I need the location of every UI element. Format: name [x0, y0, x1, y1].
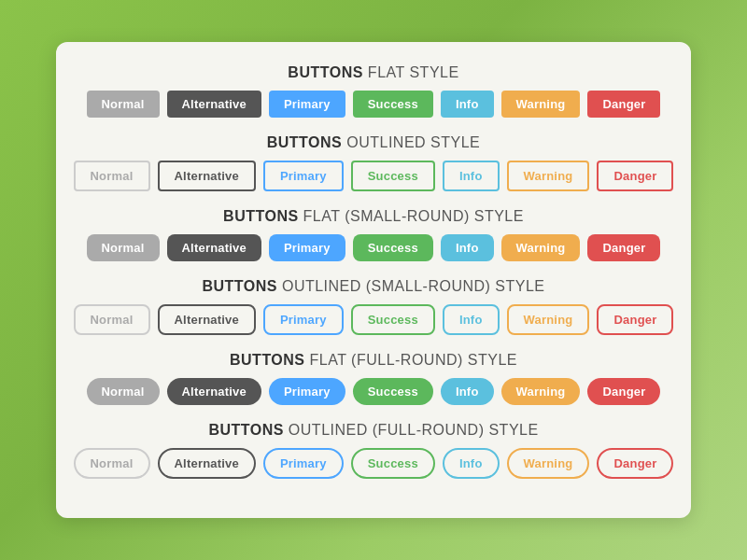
btn-outlined-btn-success[interactable]: Success: [351, 161, 435, 191]
btn-row-outlined-full-round: NormalAlternativePrimarySuccessInfoWarni…: [86, 448, 661, 479]
btn-flat-sm-round-btn-normal[interactable]: Normal: [87, 234, 160, 261]
btn-flat-btn-alt[interactable]: Alternative: [167, 91, 261, 118]
btn-flat-btn-danger[interactable]: Danger: [587, 91, 660, 118]
section-title-flat: BUTTONS FLAT STYLE: [86, 64, 661, 81]
btn-outlined-sm-round-btn-normal[interactable]: Normal: [74, 304, 150, 335]
btn-outlined-full-round-btn-success[interactable]: Success: [351, 448, 435, 479]
btn-outlined-full-round-btn-warning[interactable]: Warning: [507, 448, 590, 479]
btn-flat-sm-round-btn-primary[interactable]: Primary: [269, 234, 345, 261]
btn-flat-full-round-btn-normal[interactable]: Normal: [87, 378, 160, 405]
section-title-outlined: BUTTONS OUTLINED STYLE: [86, 134, 661, 151]
btn-flat-btn-primary[interactable]: Primary: [269, 91, 345, 118]
btn-outlined-btn-info[interactable]: Info: [443, 161, 500, 191]
btn-outlined-full-round-btn-info[interactable]: Info: [443, 448, 500, 479]
section-outlined-full-round: BUTTONS OUTLINED (FULL-ROUND) STYLENorma…: [86, 422, 661, 479]
btn-row-flat-sm-round: NormalAlternativePrimarySuccessInfoWarni…: [86, 234, 661, 261]
btn-outlined-full-round-btn-normal[interactable]: Normal: [74, 448, 150, 479]
section-outlined: BUTTONS OUTLINED STYLENormalAlternativeP…: [86, 134, 661, 191]
section-flat-full-round: BUTTONS FLAT (FULL-ROUND) STYLENormalAlt…: [86, 352, 661, 405]
section-flat: BUTTONS FLAT STYLENormalAlternativePrima…: [86, 64, 661, 118]
btn-outlined-btn-danger[interactable]: Danger: [597, 161, 673, 191]
section-title-outlined-sm-round: BUTTONS OUTLINED (SMALL-ROUND) STYLE: [86, 278, 661, 295]
btn-flat-btn-normal[interactable]: Normal: [87, 91, 160, 118]
btn-flat-btn-success[interactable]: Success: [353, 91, 433, 118]
btn-flat-full-round-btn-info[interactable]: Info: [441, 378, 494, 405]
btn-flat-sm-round-btn-danger[interactable]: Danger: [587, 234, 660, 261]
btn-outlined-btn-primary[interactable]: Primary: [263, 161, 344, 191]
btn-outlined-full-round-btn-primary[interactable]: Primary: [263, 448, 344, 479]
btn-outlined-sm-round-btn-warning[interactable]: Warning: [507, 304, 590, 335]
btn-flat-sm-round-btn-alt[interactable]: Alternative: [167, 234, 261, 261]
btn-flat-full-round-btn-alt[interactable]: Alternative: [167, 378, 261, 405]
btn-row-flat: NormalAlternativePrimarySuccessInfoWarni…: [86, 91, 661, 118]
btn-flat-full-round-btn-primary[interactable]: Primary: [269, 378, 345, 405]
section-flat-sm-round: BUTTONS FLAT (SMALL-ROUND) STYLENormalAl…: [86, 208, 661, 261]
btn-flat-sm-round-btn-success[interactable]: Success: [353, 234, 433, 261]
btn-row-outlined: NormalAlternativePrimarySuccessInfoWarni…: [86, 161, 661, 191]
btn-flat-btn-info[interactable]: Info: [441, 91, 494, 118]
btn-outlined-sm-round-btn-alt[interactable]: Alternative: [158, 304, 256, 335]
btn-flat-btn-warning[interactable]: Warning: [501, 91, 581, 118]
card: BUTTONS FLAT STYLENormalAlternativePrima…: [56, 42, 691, 518]
btn-outlined-btn-normal[interactable]: Normal: [74, 161, 150, 191]
section-outlined-sm-round: BUTTONS OUTLINED (SMALL-ROUND) STYLENorm…: [86, 278, 661, 335]
btn-outlined-btn-alt[interactable]: Alternative: [158, 161, 256, 191]
btn-flat-sm-round-btn-info[interactable]: Info: [441, 234, 494, 261]
btn-flat-sm-round-btn-warning[interactable]: Warning: [501, 234, 581, 261]
btn-outlined-full-round-btn-alt[interactable]: Alternative: [158, 448, 256, 479]
btn-flat-full-round-btn-success[interactable]: Success: [353, 378, 433, 405]
btn-outlined-sm-round-btn-danger[interactable]: Danger: [597, 304, 673, 335]
btn-outlined-btn-warning[interactable]: Warning: [507, 161, 590, 191]
btn-outlined-sm-round-btn-info[interactable]: Info: [443, 304, 500, 335]
btn-outlined-full-round-btn-danger[interactable]: Danger: [597, 448, 673, 479]
section-title-outlined-full-round: BUTTONS OUTLINED (FULL-ROUND) STYLE: [86, 422, 661, 439]
btn-row-flat-full-round: NormalAlternativePrimarySuccessInfoWarni…: [86, 378, 661, 405]
btn-flat-full-round-btn-danger[interactable]: Danger: [587, 378, 660, 405]
btn-outlined-sm-round-btn-primary[interactable]: Primary: [263, 304, 344, 335]
btn-outlined-sm-round-btn-success[interactable]: Success: [351, 304, 435, 335]
section-title-flat-sm-round: BUTTONS FLAT (SMALL-ROUND) STYLE: [86, 208, 661, 225]
section-title-flat-full-round: BUTTONS FLAT (FULL-ROUND) STYLE: [86, 352, 661, 369]
btn-row-outlined-sm-round: NormalAlternativePrimarySuccessInfoWarni…: [86, 304, 661, 335]
btn-flat-full-round-btn-warning[interactable]: Warning: [501, 378, 581, 405]
